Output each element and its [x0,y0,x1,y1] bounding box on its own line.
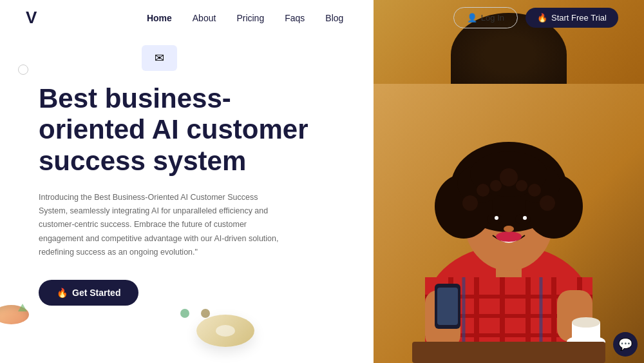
deco-circle [18,64,28,75]
svg-point-33 [495,216,498,220]
svg-point-43 [572,317,600,328]
woman-illustration [374,84,644,363]
hero-section: ✉ Best business-oriented AI customer suc… [0,0,374,363]
trial-fire-icon: 🔥 [537,13,547,23]
svg-point-32 [515,214,531,224]
deco-dots [180,309,210,318]
login-button[interactable]: 👤 Log In [453,7,518,28]
deco-email-card: ✉ [142,45,177,71]
svg-point-24 [462,195,478,211]
svg-point-34 [523,216,527,220]
deco-dot-2 [201,309,210,318]
nav-links: Home About Pricing Faqs Blog [147,13,343,23]
login-label: Log In [481,13,504,23]
svg-rect-39 [437,288,458,325]
navbar: V Home About Pricing Faqs Blog 👤 Log In … [0,0,644,35]
deco-torus-inner [216,325,235,337]
fire-icon: 🔥 [57,288,68,298]
nav-link-home[interactable]: Home [147,13,172,23]
page-container: ✉ Best business-oriented AI customer suc… [0,0,644,363]
svg-point-26 [540,195,555,211]
get-started-label: Get Started [72,288,120,298]
svg-point-27 [528,184,541,197]
svg-point-31 [487,214,502,224]
nav-link-about[interactable]: About [193,13,216,23]
deco-triangle [18,304,27,311]
nav-link-pricing[interactable]: Pricing [236,13,264,23]
trial-button[interactable]: 🔥 Start Free Trial [526,8,618,28]
hero-image-main [374,84,644,363]
svg-point-30 [516,180,527,191]
get-started-button[interactable]: 🔥 Get Started [39,280,138,306]
chat-icon: 💬 [618,337,632,351]
svg-rect-45 [412,342,605,363]
nav-link-faqs[interactable]: Faqs [285,13,305,23]
svg-point-28 [500,168,518,186]
nav-link-blog[interactable]: Blog [325,13,343,23]
nav-actions: 👤 Log In 🔥 Start Free Trial [453,7,618,28]
email-icon: ✉ [155,51,164,65]
deco-dot-1 [180,309,189,318]
hero-title: Best business-oriented AI customer succe… [39,83,335,177]
chat-bubble-button[interactable]: 💬 [613,332,638,357]
svg-point-36 [504,226,514,232]
svg-point-29 [490,180,502,191]
hero-image-section: 💬 [374,0,644,363]
hero-description: Introducing the Best Business-Oriented A… [39,191,283,259]
logo[interactable]: V [26,8,37,28]
login-icon: 👤 [467,13,477,23]
svg-point-25 [477,184,489,197]
trial-label: Start Free Trial [551,13,607,23]
deco-torus [196,315,254,347]
svg-point-35 [496,231,522,242]
